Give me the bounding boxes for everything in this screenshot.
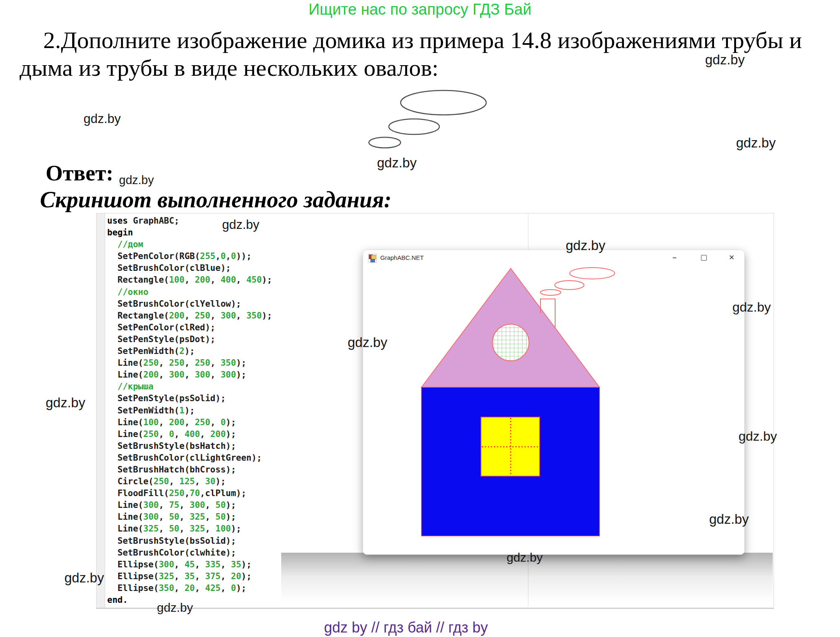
code-line: SetPenWidth(1); [107,405,272,417]
gdz-watermark: gdz.by [119,174,154,186]
code-line: SetBrushColor(clwhite); [107,547,272,559]
gdz-watermark: gdz.by [46,396,85,409]
maximize-icon [701,255,707,261]
code-line: Line(250, 250, 250, 350); [107,357,272,369]
code-line: Line(325, 50, 325, 100); [107,523,272,535]
window-title: GraphABC.NET [380,254,424,261]
code-line: Ellipse(350, 20, 425, 0); [107,582,272,594]
code-line: SetBrushColor(clLightGreen); [107,452,272,464]
app-icon-blue-square [370,259,375,262]
graphabc-app-icon [368,254,377,263]
code-line: Line(100, 200, 250, 0); [107,417,272,428]
close-button[interactable]: ✕ [725,253,738,263]
canvas-smoke-large [570,268,615,279]
answer-label: Ответ: [46,162,113,184]
code-line: SetPenColor(clRed); [107,322,272,334]
code-line: //крыша [107,381,272,393]
minimize-button[interactable]: – [668,253,681,263]
code-line: SetPenWidth(2); [107,345,272,357]
code-line: Rectangle(200, 250, 300, 350); [107,310,272,322]
gdz-watermark: gdz.by [348,336,387,349]
smoke-ovals-figure [363,88,493,153]
gdz-watermark: gdz.by [507,551,542,564]
gdz-watermark: gdz.by [157,602,193,614]
code-line: FloodFill(250,70,clPlum); [107,488,272,499]
code-line: Ellipse(325, 35, 375, 20); [107,571,272,582]
code-line: Line(300, 50, 325, 50); [107,511,272,523]
code-line: SetBrushStyle(bsHatch); [107,440,272,452]
answer-subtitle: Скриншот выполненного задания: [40,188,392,211]
page: Ищите нас по запросу ГДЗ Бай 2.Дополните… [0,0,840,637]
gdz-watermark: gdz.by [705,53,745,66]
gdz-watermark: gdz.by [566,239,605,252]
code-line: SetBrushColor(clYellow); [107,298,272,310]
graphabc-canvas [363,250,744,554]
smoke-oval-large [401,90,486,115]
gdz-watermark: gdz.by [736,136,776,149]
maximize-button[interactable] [697,253,710,263]
task-text-line1: 2.Дополните изображение домика из пример… [43,29,802,52]
canvas-smoke-medium [555,281,584,290]
gdz-watermark: gdz.by [222,218,259,231]
promo-banner: Ищите нас по запросу ГДЗ Бай [0,1,840,18]
page-fold-line [528,214,529,249]
code-listing: uses GraphABC;begin//домSetPenColor(RGB(… [107,215,272,606]
gdz-watermark: gdz.by [84,112,121,125]
code-line: //окно [107,286,272,298]
canvas-smoke-small [540,290,561,295]
window-titlebar: GraphABC.NET – ✕ [363,250,744,266]
code-line: Line(200, 300, 300, 300); [107,369,272,381]
code-line: SetPenColor(RGB(255,0,0)); [107,250,272,262]
code-line: Line(300, 75, 300, 50); [107,499,272,511]
code-editor-gutter [97,213,105,608]
code-line: Rectangle(100, 200, 400, 450); [107,274,272,286]
code-line: //дом [107,239,272,250]
code-line: SetBrushStyle(bsSolid); [107,535,272,547]
code-line: SetBrushColor(clBlue); [107,262,272,274]
code-line: Ellipse(300, 45, 335, 35); [107,559,272,571]
code-line: Circle(250, 125, 30); [107,476,272,488]
gdz-watermark: gdz.by [709,512,749,526]
footer-text: gdz by // гдз бай // гдз by [324,619,488,636]
code-line: SetPenStyle(psDot); [107,334,272,345]
task-text-line2: дыма из трубы в виде нескольких овалов: [20,56,439,80]
gdz-watermark: gdz.by [377,156,417,169]
smoke-oval-medium [389,119,439,134]
smoke-oval-small [369,137,401,148]
gdz-watermark: gdz.by [64,571,104,584]
code-line: Line(250, 0, 400, 200); [107,428,272,440]
code-line: SetPenStyle(psSolid); [107,393,272,404]
code-line: SetBrushHatch(bhCross); [107,464,272,476]
attic-circle-hatch [493,325,529,360]
graphabc-window: GraphABC.NET – ✕ [363,250,745,555]
gdz-watermark: gdz.by [732,301,771,314]
gdz-watermark: gdz.by [739,430,777,443]
